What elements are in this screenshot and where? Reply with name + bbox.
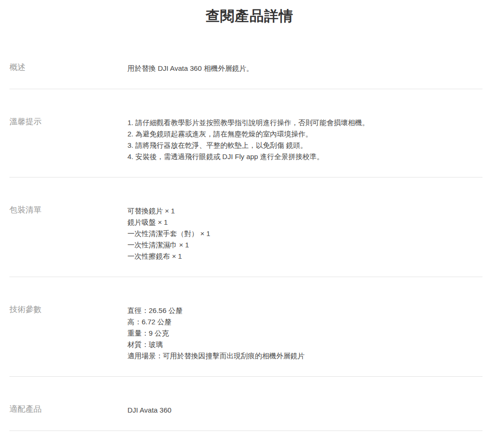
content-line: 2. 為避免鏡頭起霧或進灰，請在無塵乾燥的室內環境操作。: [127, 128, 482, 140]
section-list: 概述 用於替換 DJI Avata 360 相機外層鏡片。 溫馨提示 1. 請仔…: [9, 25, 482, 431]
section-content: 可替換鏡片 × 1鏡片吸盤 × 1一次性清潔手套（對） × 1一次性清潔濕巾 ×…: [127, 204, 482, 262]
section-content: 1. 請仔細觀看教學影片並按照教學指引說明進行操作，否則可能會損壞相機。2. 為…: [127, 116, 482, 162]
section-label: 溫馨提示: [9, 116, 127, 127]
content-line: 高：6.72 公釐: [127, 316, 482, 328]
product-details-page: 查閱產品詳情 概述 用於替換 DJI Avata 360 相機外層鏡片。 溫馨提…: [0, 0, 499, 448]
content-line: 材質：玻璃: [127, 339, 482, 350]
section-content: 用於替換 DJI Avata 360 相機外層鏡片。: [127, 62, 482, 74]
section-label: 適配產品: [9, 404, 127, 415]
section-packing-list: 包裝清單 可替換鏡片 × 1鏡片吸盤 × 1一次性清潔手套（對） × 1一次性清…: [9, 178, 482, 277]
section-label: 技術參數: [9, 304, 127, 315]
section-label: 概述: [9, 62, 127, 73]
content-line: 鏡片吸盤 × 1: [127, 217, 482, 228]
content-line: 用於替換 DJI Avata 360 相機外層鏡片。: [127, 63, 482, 74]
section-specs: 技術參數 直徑：26.56 公釐高：6.72 公釐重量：9 公克材質：玻璃適用場…: [9, 277, 482, 377]
content-line: 一次性擦鏡布 × 1: [127, 251, 482, 262]
content-line: DJI Avata 360: [127, 405, 482, 416]
content-line: 1. 請仔細觀看教學影片並按照教學指引說明進行操作，否則可能會損壞相機。: [127, 117, 482, 128]
section-label: 包裝清單: [9, 204, 127, 216]
content-line: 重量：9 公克: [127, 328, 482, 339]
content-line: 適用場景：可用於替換因撞擊而出現刮痕的相機外層鏡片: [127, 350, 482, 362]
section-compatibility: 適配產品 DJI Avata 360: [9, 377, 482, 431]
section-content: DJI Avata 360: [127, 404, 482, 416]
content-line: 一次性清潔濕巾 × 1: [127, 239, 482, 251]
content-line: 可替換鏡片 × 1: [127, 205, 482, 217]
page-title: 查閱產品詳情: [0, 0, 499, 25]
content-line: 直徑：26.56 公釐: [127, 305, 482, 316]
content-line: 一次性清潔手套（對） × 1: [127, 228, 482, 239]
section-content: 直徑：26.56 公釐高：6.72 公釐重量：9 公克材質：玻璃適用場景：可用於…: [127, 304, 482, 362]
content-line: 4. 安裝後，需透過飛行眼鏡或 DJI Fly app 進行全景拼接校準。: [127, 151, 482, 162]
section-overview: 概述 用於替換 DJI Avata 360 相機外層鏡片。: [9, 25, 482, 89]
section-tips: 溫馨提示 1. 請仔細觀看教學影片並按照教學指引說明進行操作，否則可能會損壞相機…: [9, 89, 482, 178]
content-line: 3. 請將飛行器放在乾淨、平整的軟墊上，以免刮傷 鏡頭。: [127, 140, 482, 151]
